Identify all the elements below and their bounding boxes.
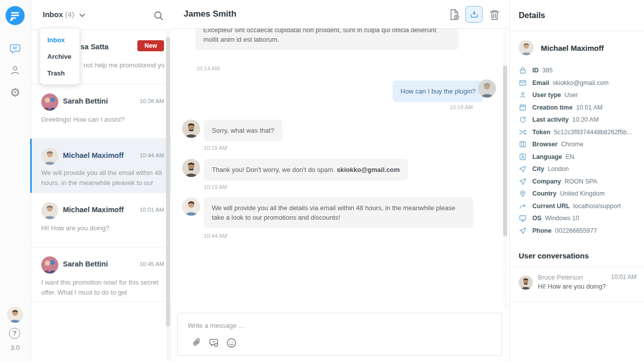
message-composer	[177, 313, 502, 356]
browser-icon	[519, 140, 527, 148]
agent-avatar[interactable]	[7, 307, 23, 323]
redo-icon	[519, 202, 527, 210]
operator-avatar	[182, 120, 200, 138]
search-icon[interactable]	[153, 11, 164, 21]
list-scrollbar-thumb[interactable]	[166, 37, 170, 326]
left-rail: ⚙ ? 3.0	[0, 0, 30, 362]
detail-user-avatar	[519, 40, 534, 55]
message-bubble-incoming: We will provide you all the details via …	[204, 197, 473, 228]
detail-row: Current URLlocalhost/support	[519, 200, 637, 213]
divider	[510, 31, 644, 31]
details-title: Details	[519, 11, 545, 20]
visitor-avatar	[478, 79, 496, 98]
user-icon	[519, 91, 527, 99]
avatar	[41, 148, 58, 165]
conversation-list-panel: Inbox (4) sa Satta New not help me promo…	[30, 0, 171, 362]
detail-row: ID385	[519, 64, 637, 77]
user-conversations-title: User conversations	[519, 251, 589, 260]
archive-chat-button[interactable]	[465, 6, 482, 23]
detail-row: BrowserChrome	[519, 138, 637, 151]
avatar	[41, 94, 58, 111]
chat-panel: James Smith	[171, 0, 509, 362]
message-bubble-incoming: dolor in reprehenderit in voluptate veli…	[195, 29, 458, 50]
new-badge: New	[137, 40, 164, 51]
detail-row: LanguageEN	[519, 151, 637, 163]
folder-selector[interactable]: Inbox (4)	[43, 10, 85, 19]
detail-row: Creation time10:01 AM	[519, 102, 637, 114]
list-scrollbar	[166, 30, 170, 359]
detail-row: User typeUser	[519, 89, 637, 102]
chat-scrollbar	[503, 29, 507, 309]
help-icon[interactable]: ?	[9, 328, 20, 339]
conversation-list-header: Inbox (4)	[30, 0, 171, 30]
conversation-item-selected[interactable]: Michael Maximoff 10:44 AM We will provid…	[30, 139, 171, 193]
app-window: ⚙ ? 3.0 Inbox (4) sa Satta New not help …	[0, 0, 644, 362]
detail-row: Emailskiokko@gmail.com	[519, 77, 637, 89]
message-input[interactable]	[188, 319, 490, 331]
detail-row: OSWindows 10	[519, 212, 637, 225]
calendar-icon	[519, 104, 527, 112]
details-panel: Details Michael Maximoff ID385 Emailskio…	[509, 0, 644, 362]
nav-conversations-icon[interactable]	[9, 43, 21, 55]
monitor-icon	[519, 214, 527, 222]
message-timestamp: 10:44 AM	[204, 233, 227, 239]
message-bubble-outgoing: How can I buy the plugin?	[392, 80, 484, 102]
pin-icon	[519, 190, 527, 198]
avatar	[41, 256, 58, 274]
folder-dropdown: Inbox Archive Trash	[40, 29, 79, 84]
shuffle-icon	[519, 128, 527, 136]
send-icon	[519, 177, 527, 186]
chat-scrollbar-thumb[interactable]	[503, 65, 507, 236]
avatar	[41, 202, 58, 219]
detail-user-name: Michael Maximoff	[541, 44, 604, 52]
dropdown-item-trash[interactable]: Trash	[40, 65, 79, 81]
language-icon	[519, 153, 527, 161]
saved-replies-icon[interactable]	[209, 337, 220, 348]
detail-rows: ID385 Emailskiokko@gmail.com User typeUs…	[519, 64, 637, 237]
folder-name: Inbox	[43, 10, 63, 19]
agent-avatar	[182, 198, 200, 216]
message-bubble-incoming: Sorry, what was that?	[204, 120, 282, 141]
detail-row: Token5c12c3f9374448b8262f5b...	[519, 126, 637, 139]
user-conversation-item[interactable]: Bruce Peterson 10:01 AM Hi! How are you …	[510, 267, 644, 302]
archive-download-icon	[469, 10, 479, 19]
message-bubble-incoming: Thank you! Don't worry, we don't do spam…	[204, 159, 408, 180]
delete-chat-icon[interactable]	[488, 9, 501, 22]
mail-icon	[519, 79, 527, 87]
emoji-icon[interactable]	[226, 337, 237, 348]
detail-row: CountryUnited Kingdom	[519, 188, 637, 200]
export-note-icon[interactable]	[448, 8, 461, 21]
message-timestamp: 10:19 AM	[204, 145, 227, 151]
conversation-item[interactable]: Michael Maximoff 10:01 AM Hi! How are yo…	[30, 193, 171, 247]
lock-icon	[519, 66, 527, 74]
detail-row: Last activity10:20 AM	[519, 114, 637, 126]
send-icon	[519, 227, 527, 235]
nav-settings-icon[interactable]: ⚙	[9, 86, 21, 99]
dropdown-item-inbox[interactable]: Inbox	[40, 32, 79, 48]
chat-header: James Smith	[171, 0, 509, 29]
conversation-item[interactable]: Sarah Bettini 10:45 AM I want this promo…	[30, 247, 171, 302]
detail-row: CompanyROON SPA	[519, 175, 637, 188]
send-icon	[519, 165, 527, 173]
detail-row: Phone002266655977	[519, 225, 637, 237]
chevron-down-icon	[79, 14, 85, 17]
message-area: dolor in reprehenderit in voluptate veli…	[171, 29, 503, 309]
chat-logo-icon	[6, 6, 25, 25]
message-timestamp: 10:14 AM	[196, 65, 219, 71]
avatar	[519, 276, 533, 290]
detail-row: CityLondon	[519, 163, 637, 175]
message-timestamp: 10:19 AM	[421, 104, 473, 110]
message-timestamp: 10:19 AM	[204, 184, 227, 190]
folder-count: (4)	[65, 10, 74, 19]
sync-icon	[519, 116, 527, 124]
operator-avatar	[182, 159, 200, 177]
app-logo	[6, 6, 25, 25]
conversation-item[interactable]: Sarah Bettini 10:28 AM Greetings! How ca…	[30, 84, 171, 139]
dropdown-item-archive[interactable]: Archive	[40, 48, 79, 65]
attachment-icon[interactable]	[192, 337, 203, 348]
chat-title: James Smith	[184, 9, 236, 19]
nav-users-icon[interactable]	[9, 64, 21, 76]
version-label: 3.0	[0, 344, 30, 351]
